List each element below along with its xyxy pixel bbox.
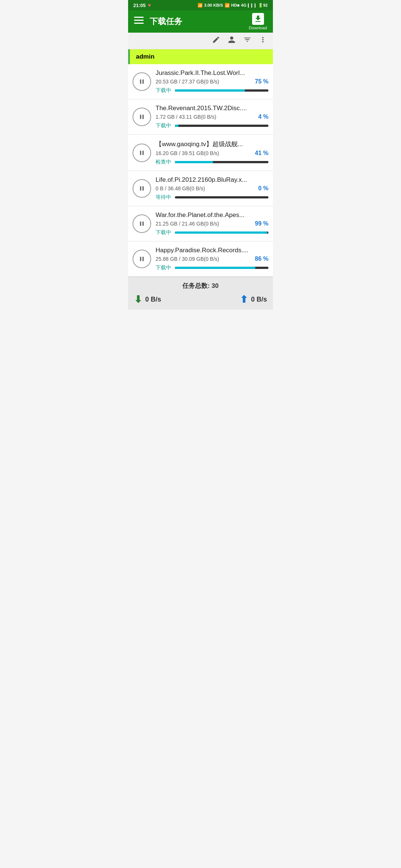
upload-speed-icon: ⬆ bbox=[240, 294, 248, 305]
item-size-1: 1.72 GB / 43.11 GB(0 B/s) bbox=[156, 114, 216, 120]
item-info-2: 【www.gaoqing.tv】超级战舰... 16.20 GB / 39.51… bbox=[156, 140, 268, 165]
download-arrow-icon bbox=[252, 13, 264, 25]
toolbar bbox=[128, 33, 273, 49]
status-bar: 21:05 ♥ 📶 3.00 KB/S 📶 HD■ 4G❙❙❙ 🔋92 bbox=[128, 0, 273, 10]
total-label: 任务总数: bbox=[182, 282, 210, 289]
progress-bar-bg-3 bbox=[175, 196, 268, 198]
item-percent-5: 86 % bbox=[255, 256, 268, 262]
footer-speeds: ⬇ 0 B/s ⬆ 0 B/s bbox=[134, 294, 267, 305]
wifi-icon: 📶 bbox=[225, 3, 230, 8]
pause-button-0[interactable] bbox=[133, 72, 151, 91]
progress-bar-fill-0 bbox=[175, 89, 245, 92]
progress-bar-bg-0 bbox=[175, 89, 268, 92]
item-size-3: 0 B / 36.48 GB(0 B/s) bbox=[156, 185, 205, 191]
pause-button-2[interactable] bbox=[133, 144, 151, 162]
item-size-4: 21.25 GB / 21.46 GB(0 B/s) bbox=[156, 221, 219, 227]
item-status-1: 下载中 bbox=[156, 122, 171, 129]
item-info-1: The.Revenant.2015.TW.2Disc.... 1.72 GB /… bbox=[156, 105, 268, 129]
footer-total: 任务总数: 30 bbox=[134, 282, 267, 290]
header: 下载任务 Download bbox=[128, 10, 273, 33]
user-icon[interactable] bbox=[228, 36, 236, 46]
upload-speed-value: 0 B/s bbox=[251, 296, 267, 303]
item-status-row-4: 下载中 bbox=[156, 229, 268, 236]
battery-icon: 🔋92 bbox=[258, 3, 268, 8]
item-status-row-0: 下载中 bbox=[156, 87, 268, 94]
download-speed-value: 0 B/s bbox=[145, 296, 161, 303]
item-size-0: 20.53 GB / 27.37 GB(0 B/s) bbox=[156, 79, 219, 85]
item-info-3: Life.of.Pi.2012.2160p.BluRay.x... 0 B / … bbox=[156, 176, 268, 201]
progress-bar-fill-1 bbox=[175, 125, 179, 127]
download-speed-icon: ⬇ bbox=[134, 294, 142, 305]
item-size-row-5: 25.88 GB / 30.09 GB(0 B/s) 86 % bbox=[156, 256, 268, 262]
item-status-5: 下载中 bbox=[156, 264, 171, 271]
footer: 任务总数: 30 ⬇ 0 B/s ⬆ 0 B/s bbox=[128, 277, 273, 310]
hamburger-menu-button[interactable] bbox=[134, 17, 144, 26]
status-time: 21:05 bbox=[133, 3, 146, 8]
pause-button-1[interactable] bbox=[133, 108, 151, 126]
item-status-row-5: 下载中 bbox=[156, 264, 268, 271]
progress-bar-bg-1 bbox=[175, 125, 268, 127]
item-size-row-0: 20.53 GB / 27.37 GB(0 B/s) 75 % bbox=[156, 78, 268, 85]
item-info-5: Happy.Paradise.Rock.Records.... 25.88 GB… bbox=[156, 247, 268, 271]
more-icon[interactable] bbox=[259, 36, 267, 46]
item-percent-0: 75 % bbox=[255, 78, 268, 85]
download-item: War.for.the.Planet.of.the.Apes... 21.25 … bbox=[128, 206, 273, 241]
item-info-4: War.for.the.Planet.of.the.Apes... 21.25 … bbox=[156, 211, 268, 236]
item-status-row-3: 等待中 bbox=[156, 194, 268, 201]
item-percent-1: 4 % bbox=[258, 114, 268, 120]
item-status-2: 检查中 bbox=[156, 159, 171, 165]
pause-button-4[interactable] bbox=[133, 214, 151, 233]
item-name-2: 【www.gaoqing.tv】超级战舰... bbox=[156, 140, 268, 148]
upload-speed-item: ⬆ 0 B/s bbox=[240, 294, 267, 305]
status-right: 📶 3.00 KB/S 📶 HD■ 4G❙❙❙ 🔋92 bbox=[198, 3, 268, 8]
item-name-0: Jurassic.Park.II.The.Lost.Worl... bbox=[156, 69, 268, 77]
status-left: 21:05 ♥ bbox=[133, 2, 151, 8]
item-status-3: 等待中 bbox=[156, 194, 171, 201]
item-percent-4: 99 % bbox=[255, 220, 268, 227]
admin-label: admin bbox=[136, 53, 154, 60]
signal-icon: 4G❙❙❙ bbox=[241, 3, 257, 8]
progress-bar-bg-4 bbox=[175, 231, 268, 234]
download-item: 【www.gaoqing.tv】超级战舰... 16.20 GB / 39.51… bbox=[128, 135, 273, 171]
item-status-0: 下载中 bbox=[156, 87, 171, 94]
item-size-2: 16.20 GB / 39.51 GB(0 B/s) bbox=[156, 150, 219, 156]
item-info-0: Jurassic.Park.II.The.Lost.Worl... 20.53 … bbox=[156, 69, 268, 94]
progress-bar-fill-4 bbox=[175, 231, 267, 234]
progress-bar-bg-5 bbox=[175, 267, 268, 269]
download-item: The.Revenant.2015.TW.2Disc.... 1.72 GB /… bbox=[128, 99, 273, 135]
item-size-5: 25.88 GB / 30.09 GB(0 B/s) bbox=[156, 256, 219, 262]
download-item: Happy.Paradise.Rock.Records.... 25.88 GB… bbox=[128, 241, 273, 277]
progress-bar-fill-2 bbox=[175, 161, 213, 163]
hd-badge: HD■ bbox=[231, 3, 240, 7]
item-name-3: Life.of.Pi.2012.2160p.BluRay.x... bbox=[156, 176, 268, 184]
download-item: Jurassic.Park.II.The.Lost.Worl... 20.53 … bbox=[128, 64, 273, 99]
item-percent-2: 41 % bbox=[255, 150, 268, 157]
progress-bar-bg-2 bbox=[175, 161, 268, 163]
download-list: Jurassic.Park.II.The.Lost.Worl... 20.53 … bbox=[128, 64, 273, 277]
svg-rect-1 bbox=[134, 20, 144, 21]
filter-icon[interactable] bbox=[243, 36, 251, 46]
item-percent-3: 0 % bbox=[258, 185, 268, 192]
edit-icon[interactable] bbox=[212, 36, 220, 46]
total-count: 30 bbox=[212, 282, 219, 289]
progress-bar-fill-5 bbox=[175, 267, 255, 269]
download-speed-item: ⬇ 0 B/s bbox=[134, 294, 161, 305]
item-size-row-4: 21.25 GB / 21.46 GB(0 B/s) 99 % bbox=[156, 220, 268, 227]
network-speed: 3.00 KB/S bbox=[204, 3, 223, 7]
item-size-row-2: 16.20 GB / 39.51 GB(0 B/s) 41 % bbox=[156, 150, 268, 157]
download-button[interactable]: Download bbox=[249, 13, 267, 30]
page-title: 下载任务 bbox=[150, 16, 249, 27]
admin-bar: admin bbox=[128, 49, 273, 64]
item-status-row-1: 下载中 bbox=[156, 122, 268, 129]
pause-button-5[interactable] bbox=[133, 250, 151, 268]
item-name-1: The.Revenant.2015.TW.2Disc.... bbox=[156, 105, 268, 112]
bluetooth-icon: 📶 bbox=[198, 3, 203, 8]
svg-rect-2 bbox=[134, 23, 144, 24]
item-size-row-1: 1.72 GB / 43.11 GB(0 B/s) 4 % bbox=[156, 114, 268, 120]
item-status-4: 下载中 bbox=[156, 229, 171, 236]
item-size-row-3: 0 B / 36.48 GB(0 B/s) 0 % bbox=[156, 185, 268, 192]
item-status-row-2: 检查中 bbox=[156, 159, 268, 165]
download-label: Download bbox=[249, 26, 267, 30]
item-name-5: Happy.Paradise.Rock.Records.... bbox=[156, 247, 268, 254]
pause-button-3[interactable] bbox=[133, 179, 151, 198]
